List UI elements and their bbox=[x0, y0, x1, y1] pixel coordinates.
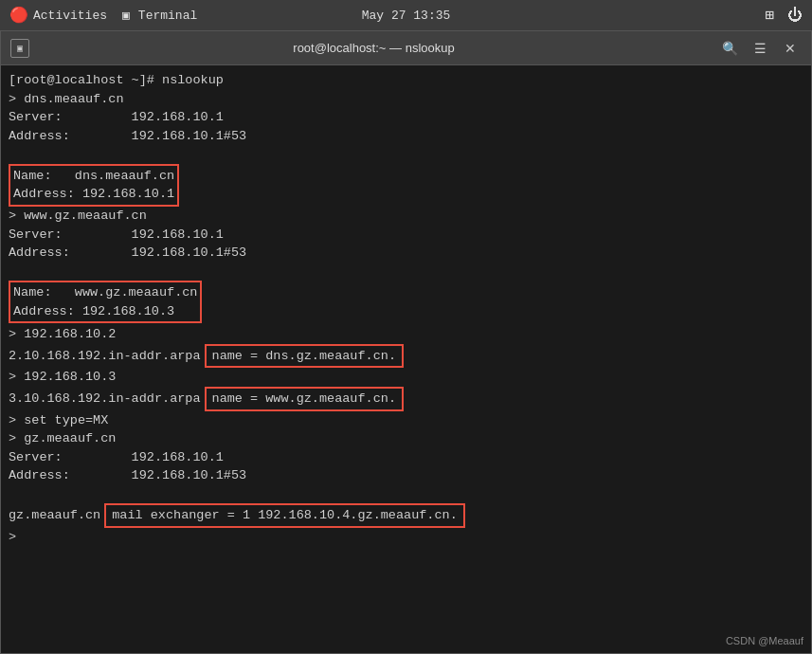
activities-label: Activities bbox=[33, 9, 107, 23]
title-bar-left: ▣ bbox=[10, 39, 29, 58]
mail-exchanger-text: mail exchanger = 1 192.168.10.4.gz.meaau… bbox=[112, 508, 458, 522]
www-name-box: Name: www.gz.meaauf.cn Address: 192.168.… bbox=[9, 281, 202, 323]
www-name-block: Name: www.gz.meaauf.cn Address: 192.168.… bbox=[9, 281, 803, 323]
close-button[interactable]: ✕ bbox=[779, 37, 802, 60]
reverse-dns-1-block: > 192.168.10.2 bbox=[9, 325, 803, 344]
terminal-icon: ▣ bbox=[122, 8, 130, 23]
terminal-line-5 bbox=[9, 145, 803, 164]
terminal-line-gz: > gz.meaauf.cn bbox=[9, 429, 803, 448]
dns-name-result-2-text: name = www.gz.meaauf.cn. bbox=[212, 391, 396, 406]
system-bar-right: ⊞ ⏻ bbox=[765, 6, 803, 25]
terminal-content[interactable]: [root@localhost ~]# nslookup > dns.meaau… bbox=[1, 65, 811, 653]
terminal-line-10 bbox=[9, 263, 803, 282]
terminal-line-8: Server: 192.168.10.1 bbox=[9, 226, 803, 245]
terminal-window: ▣ root@localhost:~ — nslookup 🔍 ☰ ✕ [roo… bbox=[0, 30, 812, 654]
search-button[interactable]: 🔍 bbox=[718, 37, 741, 60]
reverse-dns-1-arpa-block: 2.10.168.192.in-addr.arpa name = dns.gz.… bbox=[9, 344, 803, 369]
dns-name-box: Name: dns.meaauf.cn Address: 192.168.10.… bbox=[9, 164, 179, 207]
title-bar-title: root@localhost:~ — nslookup bbox=[293, 41, 454, 55]
terminal-window-icon: ▣ bbox=[10, 39, 29, 58]
reverse-dns-1-prefix: > 192.168.10.2 bbox=[9, 325, 116, 344]
dns-name-result-2: name = www.gz.meaauf.cn. bbox=[205, 387, 404, 411]
menu-button[interactable]: ☰ bbox=[749, 37, 771, 60]
watermark: CSDN @Meaauf bbox=[726, 634, 803, 649]
mail-exchanger-box: mail exchanger = 1 192.168.10.4.gz.meaau… bbox=[104, 503, 465, 528]
terminal-line-4: Address: 192.168.10.1#53 bbox=[9, 127, 803, 146]
www-name-text: Name: www.gz.meaauf.cn Address: 192.168.… bbox=[13, 285, 197, 318]
reverse-dns-1-arpa: 2.10.168.192.in-addr.arpa bbox=[9, 347, 201, 366]
terminal-line-9: Address: 192.168.10.1#53 bbox=[9, 244, 803, 263]
reverse-dns-2-block: > 192.168.10.3 bbox=[9, 368, 803, 387]
dns-name-text-1: Name: dns.meaauf.cn Address: 192.168.10.… bbox=[13, 169, 174, 202]
terminal-text: Terminal bbox=[138, 9, 197, 23]
terminal-line-set-mx: > set type=MX bbox=[9, 411, 803, 430]
terminal-line-7: > www.gz.meaauf.cn bbox=[9, 207, 803, 226]
terminal-line-server2: Server: 192.168.10.1 bbox=[9, 448, 803, 467]
activities-button[interactable]: 🔴 Activities bbox=[9, 6, 107, 25]
system-bar-left: 🔴 Activities ▣ Terminal bbox=[9, 6, 197, 25]
reverse-dns-2-arpa-block: 3.10.168.192.in-addr.arpa name = www.gz.… bbox=[9, 387, 803, 411]
title-bar-controls: 🔍 ☰ ✕ bbox=[718, 37, 802, 60]
terminal-label: ▣ Terminal bbox=[122, 8, 197, 23]
terminal-line-3: Server: 192.168.10.1 bbox=[9, 108, 803, 127]
terminal-line-1: [root@localhost ~]# nslookup bbox=[9, 71, 803, 90]
reverse-dns-2-prefix: > 192.168.10.3 bbox=[9, 368, 116, 387]
title-bar: ▣ root@localhost:~ — nslookup 🔍 ☰ ✕ bbox=[1, 31, 811, 65]
power-icon[interactable]: ⏻ bbox=[787, 7, 803, 25]
terminal-prompt: > bbox=[9, 528, 803, 547]
activities-icon: 🔴 bbox=[9, 6, 28, 25]
system-bar: 🔴 Activities ▣ Terminal May 27 13:35 ⊞ ⏻ bbox=[0, 0, 812, 30]
reverse-dns-2-arpa: 3.10.168.192.in-addr.arpa bbox=[9, 390, 201, 409]
network-icon[interactable]: ⊞ bbox=[765, 6, 774, 25]
datetime: May 27 13:35 bbox=[362, 9, 451, 23]
mail-exchanger-block: gz.meaauf.cn mail exchanger = 1 192.168.… bbox=[9, 503, 803, 528]
terminal-line-empty2 bbox=[9, 485, 803, 504]
mail-exchanger-prefix: gz.meaauf.cn bbox=[9, 506, 100, 525]
dns-name-result-1-text: name = dns.gz.meaauf.cn. bbox=[212, 349, 396, 363]
terminal-line-2: > dns.meaauf.cn bbox=[9, 90, 803, 109]
dns-name-result-1: name = dns.gz.meaauf.cn. bbox=[205, 344, 404, 369]
dns-name-block: Name: dns.meaauf.cn Address: 192.168.10.… bbox=[9, 164, 803, 207]
terminal-line-address2: Address: 192.168.10.1#53 bbox=[9, 466, 803, 485]
